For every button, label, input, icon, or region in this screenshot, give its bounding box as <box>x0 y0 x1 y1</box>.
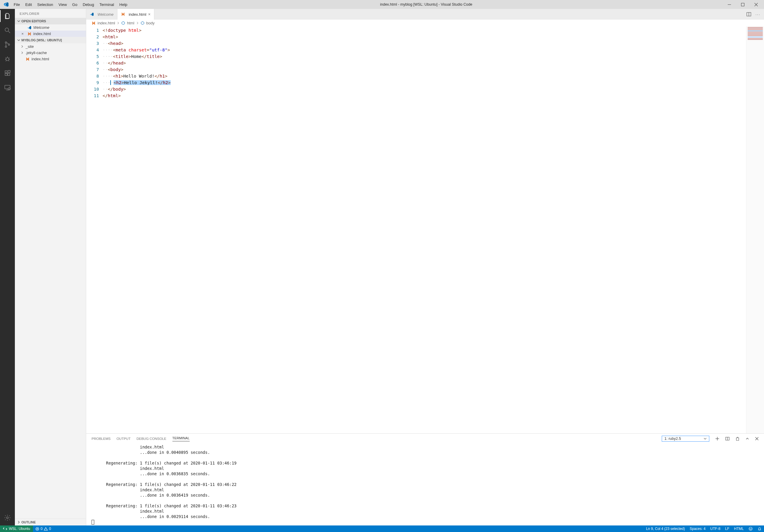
tab-welcome[interactable]: Welcome <box>86 9 117 20</box>
breadcrumb[interactable]: index.htmlhtmlbody <box>86 20 764 27</box>
workspace-section[interactable]: MYBLOG [WSL: UBUNTU] <box>15 37 86 43</box>
new-terminal-icon[interactable] <box>715 437 719 441</box>
open-editor-label: Welcome <box>33 25 49 30</box>
source-control-icon[interactable] <box>3 40 12 49</box>
menu-go[interactable]: Go <box>70 1 80 8</box>
notifications-icon[interactable] <box>755 527 764 531</box>
window-title: index.html - myblog [WSL: Ubuntu] - Visu… <box>130 2 723 7</box>
more-actions-icon[interactable]: ··· <box>755 12 760 17</box>
code-content[interactable]: <!doctype html><html>··<head>····<meta c… <box>102 27 746 433</box>
close-icon[interactable]: × <box>148 12 150 17</box>
remote-explorer-icon[interactable] <box>3 83 12 91</box>
chevron-right-icon <box>117 22 119 24</box>
cursor-position[interactable]: Ln 9, Col 4 (23 selected) <box>644 527 687 531</box>
outline-label: OUTLINE <box>21 520 36 524</box>
html-file-icon <box>92 21 96 25</box>
svg-line-16 <box>8 60 9 61</box>
close-button[interactable] <box>749 0 763 9</box>
title-bar: FileEditSelectionViewGoDebugTerminalHelp… <box>0 0 764 9</box>
open-editors-section[interactable]: OPEN EDITORS <box>15 18 86 24</box>
menu-terminal[interactable]: Terminal <box>97 1 116 8</box>
terminal-selector[interactable]: 1: ruby2.5 <box>662 436 709 442</box>
svg-point-6 <box>5 42 7 43</box>
menu-file[interactable]: File <box>11 1 22 8</box>
menu-edit[interactable]: Edit <box>23 1 34 8</box>
svg-line-15 <box>6 60 7 61</box>
panel-tab-debug-console[interactable]: DEBUG CONSOLE <box>136 437 166 441</box>
tree-item-label: _site <box>26 44 34 49</box>
folder-item[interactable]: _site <box>15 43 86 50</box>
html-file-icon <box>121 12 125 16</box>
warnings-count: 0 <box>49 527 51 531</box>
terminal-cursor <box>92 520 94 525</box>
menu-selection[interactable]: Selection <box>35 1 55 8</box>
folder-item[interactable]: .jekyll-cache <box>15 50 86 56</box>
file-item[interactable]: index.html <box>15 56 86 62</box>
remote-indicator[interactable]: WSL: Ubuntu <box>0 525 33 532</box>
window-controls <box>723 0 763 9</box>
svg-line-12 <box>9 58 10 58</box>
minimap[interactable] <box>746 27 764 433</box>
chevron-right-icon <box>21 45 24 48</box>
tree-item-label: .jekyll-cache <box>26 51 47 55</box>
language-indicator[interactable]: HTML <box>732 527 746 531</box>
outline-section[interactable]: OUTLINE <box>15 519 86 525</box>
menu-help[interactable]: Help <box>117 1 130 8</box>
workspace-label: MYBLOG [WSL: UBUNTU] <box>21 38 62 42</box>
split-terminal-icon[interactable] <box>725 437 729 441</box>
maximize-panel-icon[interactable] <box>746 437 749 441</box>
menu-debug[interactable]: Debug <box>80 1 96 8</box>
settings-gear-icon[interactable] <box>3 514 12 522</box>
kill-terminal-icon[interactable] <box>735 437 740 441</box>
open-editors-label: OPEN EDITORS <box>21 19 46 23</box>
line-gutter: 1234567891011 <box>86 27 102 433</box>
svg-point-24 <box>7 517 8 519</box>
chevron-right-icon <box>136 22 139 24</box>
menu-bar: FileEditSelectionViewGoDebugTerminalHelp <box>11 1 130 8</box>
close-panel-icon[interactable] <box>755 437 759 441</box>
close-icon[interactable]: × <box>21 32 26 36</box>
svg-line-5 <box>8 31 10 33</box>
tab-label: index.html <box>129 12 146 17</box>
bottom-panel: PROBLEMSOUTPUTDEBUG CONSOLETERMINAL 1: r… <box>86 433 764 525</box>
extensions-icon[interactable] <box>3 69 12 77</box>
svg-point-37 <box>750 528 750 529</box>
remote-label: WSL: Ubuntu <box>9 527 30 531</box>
terminal-output[interactable]: index.html ...done in 0.0040895 seconds.… <box>86 444 764 525</box>
panel-tabs: PROBLEMSOUTPUTDEBUG CONSOLETERMINAL 1: r… <box>86 434 764 444</box>
split-editor-icon[interactable] <box>746 12 751 17</box>
menu-view[interactable]: View <box>56 1 69 8</box>
panel-tab-problems[interactable]: PROBLEMS <box>92 437 110 441</box>
problems-indicator[interactable]: 0 0 <box>33 527 53 531</box>
code-editor[interactable]: 1234567891011 <!doctype html><html>··<he… <box>86 27 764 433</box>
svg-point-4 <box>5 28 9 32</box>
chevron-right-icon <box>17 520 21 524</box>
panel-tab-output[interactable]: OUTPUT <box>116 437 130 441</box>
svg-rect-20 <box>8 71 10 73</box>
maximize-button[interactable] <box>736 0 749 9</box>
tab-index-html[interactable]: index.html× <box>117 9 154 20</box>
svg-rect-18 <box>5 74 7 76</box>
eol-indicator[interactable]: LF <box>723 527 732 531</box>
workbench: EXPLORER OPEN EDITORS Welcome×index.html… <box>0 9 764 525</box>
vscode-logo-icon <box>3 1 10 8</box>
tree-item-label: index.html <box>32 57 49 61</box>
svg-point-8 <box>8 44 10 46</box>
svg-rect-19 <box>8 74 10 76</box>
open-editor-item[interactable]: ×index.html <box>15 31 86 37</box>
open-editor-item[interactable]: Welcome <box>15 24 86 31</box>
minimize-button[interactable] <box>723 0 736 9</box>
panel-tab-terminal[interactable]: TERMINAL <box>172 436 190 442</box>
terminal-selector-label: 1: ruby2.5 <box>665 437 681 441</box>
editor-area: Welcomeindex.html× ··· index.htmlhtmlbod… <box>86 9 764 525</box>
search-icon[interactable] <box>3 26 12 35</box>
html-file-icon <box>27 32 32 36</box>
encoding-indicator[interactable]: UTF-8 <box>708 527 723 531</box>
sidebar-title: EXPLORER <box>15 9 86 18</box>
spaces-indicator[interactable]: Spaces: 4 <box>687 527 708 531</box>
explorer-icon[interactable] <box>3 12 12 20</box>
feedback-icon[interactable] <box>746 527 755 531</box>
activity-bar <box>0 9 15 525</box>
debug-icon[interactable] <box>3 55 12 63</box>
breadcrumb-label: html <box>127 21 134 25</box>
